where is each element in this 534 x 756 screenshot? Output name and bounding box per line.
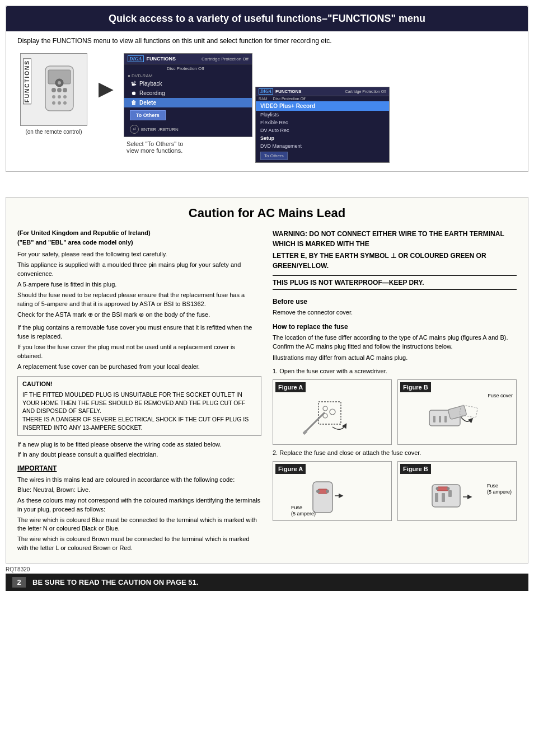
footer-text: BE SURE TO READ THE CAUTION ON PAGE 51. bbox=[32, 578, 198, 586]
functions-diagram: FUNCTIONS bbox=[6, 48, 528, 171]
figures-row-1: Figure A bbox=[273, 379, 517, 445]
para-2: A 5-ampere fuse is fitted in this plug. bbox=[17, 280, 261, 289]
to-others-button[interactable]: To Others bbox=[130, 110, 166, 120]
para-4: Check for the ASTA mark ⊕ or the BSI mar… bbox=[17, 311, 261, 320]
eb-subtitle: ("EB" and "EBL" area code model only) bbox=[17, 238, 261, 247]
svg-point-12 bbox=[58, 81, 61, 84]
para-3: Should the fuse need to be replaced plea… bbox=[17, 291, 261, 309]
before-use-title: Before use bbox=[273, 297, 517, 307]
figure-b-label: Figure B bbox=[400, 382, 431, 393]
fuse-label-a2: Fuse bbox=[291, 505, 302, 510]
uk-ireland-subtitle: (For United Kingdom and Republic of Irel… bbox=[17, 229, 261, 238]
disc-info: Disc Protection Off bbox=[167, 66, 204, 71]
main-functions-menu: DIGA FUNCTIONS Cartridge Protection Off … bbox=[124, 53, 252, 137]
enter-icon: ⏎ bbox=[130, 125, 139, 134]
svg-rect-22 bbox=[444, 416, 447, 422]
figure-b-box: Figure B Fuse cover bbox=[397, 379, 517, 445]
para-6: If the plug contains a removable fuse co… bbox=[17, 323, 261, 341]
screens-wrapper: DIGA FUNCTIONS Cartridge Protection Off … bbox=[124, 53, 252, 154]
caution-title: Caution for AC Mains Lead bbox=[17, 206, 517, 220]
svg-point-4 bbox=[63, 88, 67, 92]
secondary-item-3: DV Auto Rec bbox=[256, 126, 389, 134]
caution-box-text: IF THE FITTED MOULDED PLUG IS UNSUITABLE… bbox=[22, 391, 256, 431]
important-2: As these colours may not correspond with… bbox=[17, 496, 261, 514]
important-0: The wires in this mains lead are coloure… bbox=[17, 476, 261, 485]
svg-point-6 bbox=[58, 95, 61, 98]
secondary-item-0: VIDEO Plus+ Record bbox=[256, 101, 389, 111]
warning-2: LETTER E, BY THE EARTH SYMBOL ⊥ OR COLOU… bbox=[273, 251, 517, 271]
caution-right-column: WARNING: DO NOT CONNECT EITHER WIRE TO T… bbox=[273, 229, 517, 555]
playback-label: Playback bbox=[139, 81, 162, 87]
arrow-right: ▶ bbox=[99, 78, 113, 100]
cartridge-info: Cartridge Protection Off bbox=[202, 57, 249, 62]
page-title: Quick access to a variety of useful func… bbox=[17, 13, 517, 25]
step-1: 1. Open the fuse cover with a screwdrive… bbox=[273, 367, 517, 376]
svg-rect-33 bbox=[437, 487, 448, 491]
important-title: IMPORTANT bbox=[17, 464, 261, 473]
svg-point-28 bbox=[326, 490, 329, 493]
svg-point-7 bbox=[63, 95, 67, 98]
svg-point-16 bbox=[330, 409, 335, 415]
warning-1: WARNING: DO NOT CONNECT EITHER WIRE TO T… bbox=[273, 229, 517, 249]
before-use-text: Remove the connector cover. bbox=[273, 308, 517, 317]
svg-rect-20 bbox=[433, 416, 435, 422]
caution-box-title: CAUTION! bbox=[22, 380, 256, 389]
figure-b2-box: Figure B bbox=[397, 461, 517, 522]
rqt-code: RQT8320 bbox=[6, 566, 528, 572]
intro-text: Display the FUNCTIONS menu to view all f… bbox=[17, 37, 517, 45]
fuse-ampere-b2: (5 ampere) bbox=[487, 489, 512, 495]
enter-label: ENTER bbox=[141, 127, 156, 132]
remote-control-area: FUNCTIONS bbox=[17, 53, 90, 135]
secondary-item-4: Setup bbox=[256, 134, 389, 142]
svg-point-3 bbox=[57, 88, 62, 92]
warning-3: THIS PLUG IS NOT WATERPROOF—KEEP DRY. bbox=[273, 275, 517, 290]
recording-icon: ⏺ bbox=[131, 90, 137, 96]
return-label: /RETURN bbox=[158, 127, 179, 132]
svg-point-9 bbox=[58, 101, 61, 105]
menu-item-delete: 🗑 Delete bbox=[124, 98, 252, 107]
how-to-para-1: Illustrations may differ from actual AC … bbox=[273, 353, 517, 363]
figure-a2-svg bbox=[310, 479, 355, 515]
para-0: For your safety, please read the followi… bbox=[17, 250, 261, 259]
figure-a2-label: Figure A bbox=[275, 464, 306, 475]
footer-bar: 2 BE SURE TO READ THE CAUTION ON PAGE 51… bbox=[6, 574, 528, 591]
svg-point-8 bbox=[52, 101, 55, 105]
diga-logo: DIGA bbox=[128, 55, 144, 62]
svg-rect-21 bbox=[439, 416, 441, 422]
caution-content: (For United Kingdom and Republic of Irel… bbox=[17, 229, 517, 555]
secondary-functions-menu: DIGA FUNCTIONS Cartridge Protection Off … bbox=[255, 87, 390, 163]
how-to-para-0: The location of the fuse differ accordin… bbox=[273, 333, 517, 351]
after-caution-1: If in any doubt please consult a qualifi… bbox=[17, 450, 261, 459]
functions-label-vertical: FUNCTIONS bbox=[23, 58, 31, 104]
functions-menu-title: FUNCTIONS bbox=[147, 56, 176, 62]
svg-rect-32 bbox=[448, 490, 452, 497]
secondary-item-1: Playlists bbox=[256, 111, 389, 119]
para-7: If you lose the fuse cover the plug must… bbox=[17, 343, 261, 361]
remote-hand-box: FUNCTIONS bbox=[20, 53, 87, 126]
figure-b2-svg bbox=[429, 479, 485, 515]
ram-label: RAM bbox=[259, 97, 268, 101]
figure-b-svg bbox=[427, 396, 488, 441]
caution-section: Caution for AC Mains Lead (For United Ki… bbox=[6, 197, 528, 564]
delete-label: Delete bbox=[139, 100, 156, 106]
figure-a2-box: Figure A bbox=[273, 461, 392, 522]
figures-row-2: Figure A bbox=[273, 461, 517, 522]
para-1: This appliance is supplied with a moulde… bbox=[17, 261, 261, 279]
figure-a-image bbox=[275, 395, 389, 442]
secondary-item-2: Flexible Rec bbox=[256, 119, 389, 126]
secondary-item-5: DVD Management bbox=[256, 142, 389, 150]
dvd-ram-label: ● DVD-RAM bbox=[128, 73, 152, 78]
svg-point-14 bbox=[323, 406, 327, 411]
figure-a-box: Figure A bbox=[273, 379, 392, 445]
hand-icon bbox=[40, 63, 79, 116]
svg-rect-31 bbox=[442, 493, 445, 502]
delete-icon: 🗑 bbox=[131, 100, 137, 106]
figure-b2-image: Fuse (5 ampere) bbox=[400, 476, 514, 518]
important-4: The wire which is coloured Brown must be… bbox=[17, 535, 261, 553]
how-to-title: How to replace the fuse bbox=[273, 322, 517, 332]
svg-rect-23 bbox=[448, 405, 467, 419]
svg-point-34 bbox=[435, 487, 438, 490]
figure-a-label: Figure A bbox=[275, 382, 306, 393]
svg-rect-30 bbox=[435, 493, 438, 502]
caution-left-column: (For United Kingdom and Republic of Irel… bbox=[17, 229, 261, 555]
